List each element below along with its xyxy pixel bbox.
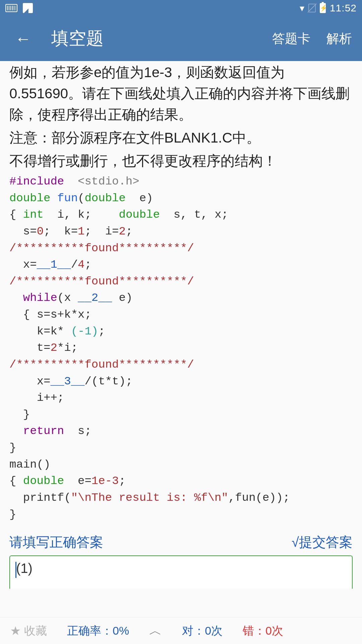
status-right: ▾ 11:52: [300, 2, 357, 14]
app-bar: ← 填空题 答题卡 解析: [0, 16, 362, 61]
status-left: [5, 3, 33, 13]
answer-prompt: 请填写正确答案: [9, 533, 103, 551]
question-paragraph-3: 不得增行或删行，也不得更改程序的结构！: [9, 150, 353, 171]
bottom-bar: ★ 收藏 正确率：0% ︿ 对：0次 错：0次: [0, 617, 362, 644]
answer-row: 请填写正确答案 √提交答案: [9, 523, 353, 555]
code-found-2: /**********found**********/: [9, 275, 194, 288]
code-str: "\nThe result is: %f\n": [71, 491, 228, 504]
submit-answer-button[interactable]: √提交答案: [292, 533, 353, 551]
status-time: 11:52: [330, 2, 357, 14]
status-bar: ▾ 11:52: [0, 0, 362, 16]
code-blank-1: __1__: [37, 258, 71, 271]
code-vars2: s, t, x;: [174, 208, 228, 221]
code-fun: fun: [57, 192, 78, 205]
code-body3-rest: *i;: [57, 341, 78, 354]
code-main: main(): [9, 458, 50, 471]
battery-icon: [320, 3, 326, 13]
code-e-decl: e=: [78, 475, 92, 487]
wifi-icon: ▾: [300, 3, 304, 14]
code-printf: printf: [23, 491, 64, 504]
question-paragraph-1: 例如，若形参e的值为1e-3，则函数返回值为0.551690。请在下画线处填入正…: [9, 62, 353, 125]
code-type: double: [23, 475, 64, 487]
code-num-2: 2: [50, 341, 57, 354]
code-type: double: [119, 208, 160, 221]
code-while-close: e): [112, 291, 132, 304]
wrong-count: 错：0次: [243, 623, 283, 639]
code-type: double: [84, 192, 125, 205]
favorite-label: 收藏: [24, 623, 47, 639]
question-paragraph-2: 注意：部分源程序在文件BLANK1.C中。: [9, 127, 353, 148]
code-int: int: [23, 208, 44, 221]
analysis-button[interactable]: 解析: [326, 30, 352, 47]
keyboard-icon: [5, 4, 17, 12]
code-t-assign: t=: [37, 341, 51, 354]
image-icon: [23, 3, 33, 13]
star-icon: ★: [10, 624, 21, 638]
code-x-assign: x=: [23, 258, 37, 271]
code-ipp: i++;: [37, 391, 64, 404]
accuracy-label: 正确率：0%: [67, 623, 129, 639]
code-semi: ;: [98, 325, 105, 338]
page-title: 填空题: [51, 27, 104, 50]
code-include-kw: #include: [9, 175, 64, 188]
code-body2: k=k*: [37, 325, 71, 338]
sim-icon: [308, 4, 316, 12]
code-x-assign-2: x=: [37, 375, 51, 388]
answer-card-button[interactable]: 答题卡: [272, 30, 310, 47]
code-type: double: [9, 192, 50, 205]
code-vars1: i, k;: [57, 208, 92, 221]
code-blank-3: __3__: [50, 375, 84, 388]
answer-input[interactable]: (1): [16, 561, 346, 576]
app-actions: 答题卡 解析: [272, 30, 352, 47]
content[interactable]: 例如，若形参e的值为1e-3，则函数返回值为0.551690。请在下画线处填入正…: [0, 61, 362, 617]
code-block: #include <stdio.h> double fun(double e) …: [9, 173, 353, 523]
code-body1: s=s+k*x;: [37, 308, 92, 321]
code-blank-2: __2__: [78, 291, 112, 304]
code-printf-tail: ,fun(e));: [228, 491, 290, 504]
code-return: return: [23, 425, 64, 437]
code-while: while: [23, 291, 57, 304]
code-tt: /(t*t);: [84, 375, 132, 388]
correct-count: 对：0次: [182, 623, 223, 639]
chevron-up-icon[interactable]: ︿: [149, 622, 162, 639]
code-neg1: (-1): [71, 325, 99, 338]
code-while-open: (x: [57, 291, 78, 304]
code-found-3: /**********found**********/: [9, 358, 194, 371]
code-include-hdr: <stdio.h>: [78, 175, 139, 188]
code-found-1: /**********found**********/: [9, 242, 194, 255]
favorite-button[interactable]: ★ 收藏: [10, 623, 47, 639]
answer-input-wrap[interactable]: (1): [9, 555, 353, 589]
back-button[interactable]: ←: [15, 30, 31, 48]
code-e-val: 1e-3: [92, 475, 119, 487]
code-ret-s: s;: [78, 425, 92, 437]
